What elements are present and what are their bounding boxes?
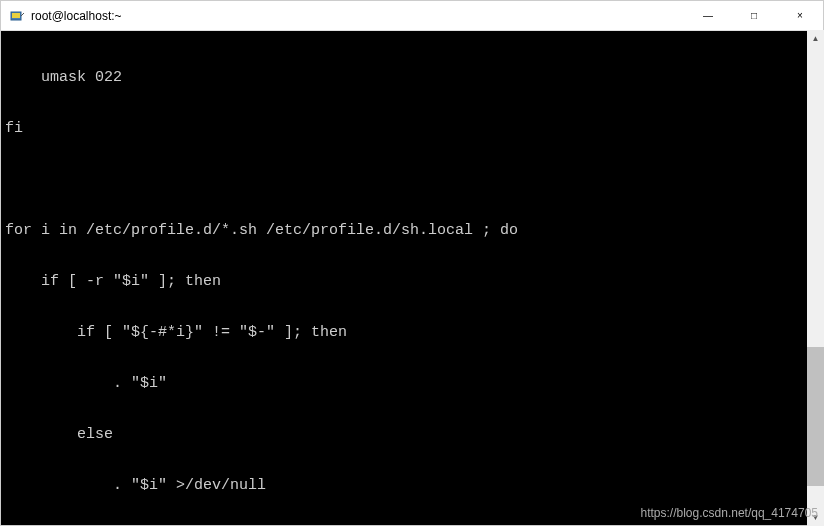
code-line: if [ "${-#*i}" != "$-" ]; then: [5, 324, 817, 341]
code-line: . "$i": [5, 375, 817, 392]
maximize-button[interactable]: □: [731, 1, 777, 30]
scroll-thumb[interactable]: [807, 347, 824, 486]
code-line: for i in /etc/profile.d/*.sh /etc/profil…: [5, 222, 817, 239]
code-line: [5, 171, 817, 188]
putty-icon: [9, 8, 25, 24]
titlebar[interactable]: root@localhost:~ — □ ×: [1, 1, 823, 31]
vertical-scrollbar[interactable]: ▲ ▼: [807, 30, 824, 526]
terminal-window: root@localhost:~ — □ × umask 022 fi for …: [0, 0, 824, 526]
code-line: fi: [5, 120, 817, 137]
code-line: umask 022: [5, 69, 817, 86]
window-title: root@localhost:~: [31, 9, 685, 23]
svg-rect-1: [12, 13, 20, 18]
close-button[interactable]: ×: [777, 1, 823, 30]
code-line: if [ -r "$i" ]; then: [5, 273, 817, 290]
scroll-track[interactable]: [807, 47, 824, 509]
minimize-button[interactable]: —: [685, 1, 731, 30]
watermark-text: https://blog.csdn.net/qq_4174705: [641, 506, 818, 520]
code-line: . "$i" >/dev/null: [5, 477, 817, 494]
code-line: else: [5, 426, 817, 443]
window-controls: — □ ×: [685, 1, 823, 30]
terminal-content[interactable]: umask 022 fi for i in /etc/profile.d/*.s…: [1, 31, 823, 525]
scroll-up-arrow[interactable]: ▲: [807, 30, 824, 47]
